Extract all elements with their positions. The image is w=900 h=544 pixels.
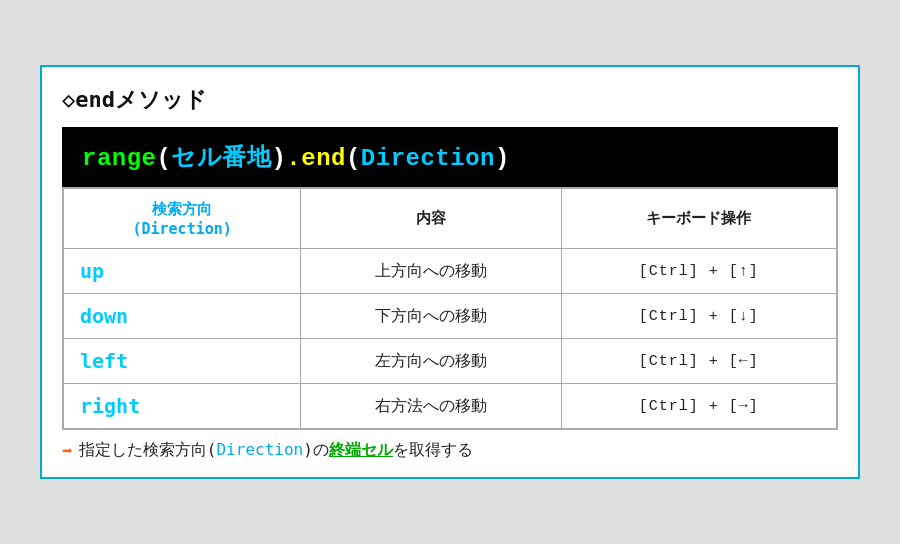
table-row: right右方法への移動[Ctrl] + [→] [63, 384, 837, 430]
code-cell-addr: セル番地 [171, 145, 271, 172]
direction-cell: left [63, 339, 301, 384]
keyboard-cell: [Ctrl] + [←] [561, 339, 837, 384]
keyboard-cell: [Ctrl] + [→] [561, 384, 837, 430]
header-keyboard: キーボード操作 [561, 188, 837, 249]
code-paren-open2: ( [346, 145, 361, 172]
header-direction: 検索方向(Direction) [63, 188, 301, 249]
footer-direction-label: Direction [216, 440, 303, 459]
code-direction: Direction [361, 145, 495, 172]
table-row: down下方向への移動[Ctrl] + [↓] [63, 294, 837, 339]
table-row: left左方向への移動[Ctrl] + [←] [63, 339, 837, 384]
header-content: 内容 [301, 188, 561, 249]
direction-cell: down [63, 294, 301, 339]
content-cell: 下方向への移動 [301, 294, 561, 339]
table-row: up上方向への移動[Ctrl] + [↑] [63, 249, 837, 294]
card-title: ◇endメソッド [62, 85, 838, 115]
content-cell: 右方法への移動 [301, 384, 561, 430]
code-paren-close2: ) [495, 145, 510, 172]
code-paren-open: ( [157, 145, 172, 172]
code-dot: . [286, 145, 301, 172]
code-banner: range(セル番地).end(Direction) [62, 127, 838, 187]
footer-text: 指定した検索方向(Direction)の終端セルを取得する [79, 440, 473, 461]
footer-highlight: 終端セル [329, 440, 393, 459]
arrow-icon: ➡ [62, 440, 73, 461]
method-table: 検索方向(Direction) 内容 キーボード操作 up上方向への移動[Ctr… [62, 187, 838, 430]
code-paren-close: ) [271, 145, 286, 172]
code-range: range [82, 145, 157, 172]
content-cell: 左方向への移動 [301, 339, 561, 384]
direction-cell: up [63, 249, 301, 294]
footer-text-middle: )の [303, 440, 329, 459]
main-card: ◇endメソッド range(セル番地).end(Direction) 検索方向… [40, 65, 860, 479]
footer-text-after: を取得する [393, 440, 473, 459]
footer: ➡ 指定した検索方向(Direction)の終端セルを取得する [62, 440, 838, 461]
keyboard-cell: [Ctrl] + [↑] [561, 249, 837, 294]
direction-cell: right [63, 384, 301, 430]
content-cell: 上方向への移動 [301, 249, 561, 294]
code-end: end [301, 145, 346, 172]
footer-text-before: 指定した検索方向( [79, 440, 217, 459]
keyboard-cell: [Ctrl] + [↓] [561, 294, 837, 339]
